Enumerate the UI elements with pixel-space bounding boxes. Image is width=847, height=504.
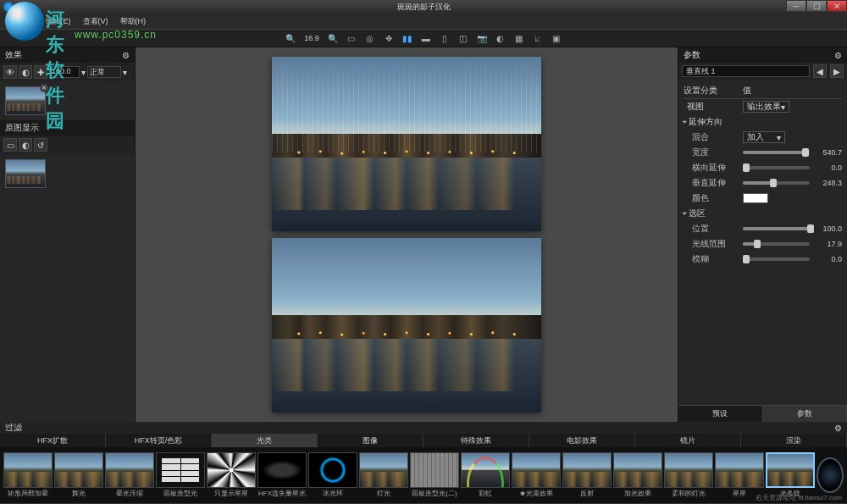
zoom-in-icon[interactable]: 🔍 (284, 31, 297, 45)
filter-item[interactable]: 面板造型光(二) (410, 452, 459, 498)
opacity-input[interactable]: 100.0 (49, 66, 80, 78)
original-tools: ▭ ◐ ↺ (0, 136, 135, 154)
filter-thumb (54, 452, 103, 488)
blend-dropdown-icon[interactable]: ▾ (123, 68, 127, 77)
filter-category[interactable]: HFX转页/色彩 (106, 434, 212, 447)
filter-category[interactable]: 渲染 (741, 434, 847, 447)
orig-reset-icon[interactable]: ↺ (34, 138, 47, 152)
app-name: Dfx (17, 3, 29, 11)
filter-menu-icon[interactable]: ⚙ (834, 424, 842, 433)
preset-name-input[interactable]: 垂直线 1 (682, 65, 810, 77)
hstretch-value[interactable]: 0.0 (813, 163, 842, 172)
filter-item[interactable]: 彩虹 (461, 452, 510, 498)
close-button[interactable]: ✕ (827, 0, 847, 12)
blend-dropdown[interactable]: 加入▾ (743, 131, 785, 143)
compare-icon[interactable]: ◫ (457, 31, 470, 45)
snapshot-icon[interactable]: 📷 (475, 31, 489, 45)
filter-category[interactable]: 特殊效果 (424, 434, 529, 447)
filter-category[interactable]: 电影效果 (529, 434, 635, 447)
view-dropdown[interactable]: 输出效果▾ (743, 101, 789, 113)
menu-view[interactable]: 查看(V) (78, 14, 113, 29)
filter-thumb (461, 452, 510, 488)
single-view-icon[interactable]: ▯ (438, 31, 451, 45)
preview-with-effect[interactable] (272, 57, 541, 231)
filter-item[interactable]: ★光束效果 (512, 452, 561, 498)
position-slider[interactable] (743, 227, 810, 230)
range-slider[interactable] (743, 242, 810, 246)
filter-item[interactable]: 反射 (562, 452, 612, 498)
position-value[interactable]: 100.0 (813, 224, 842, 233)
orig-color-icon[interactable]: ◐ (19, 138, 32, 152)
filter-category[interactable]: 光类 (212, 434, 318, 447)
preview-original[interactable] (272, 238, 541, 413)
orig-view-icon[interactable]: ▭ (3, 138, 17, 152)
tab-params[interactable]: 参数 (763, 406, 848, 422)
zoom-percent[interactable]: 16.9 (302, 34, 321, 42)
tab-preset[interactable]: 预设 (678, 406, 763, 422)
params-title: 参数 (684, 49, 700, 61)
opacity-stepper-icon[interactable]: ▾ (81, 68, 86, 77)
filter-category[interactable]: 图像 (318, 434, 424, 447)
filter-item[interactable]: 加光效果 (613, 452, 662, 498)
filter-thumb (512, 452, 561, 488)
menubar: 文件(F) 编辑(E) 查看(V) 帮助(H) (0, 14, 847, 29)
filter-item[interactable]: 光条纹 (766, 452, 815, 498)
expand-stretch-icon[interactable] (682, 121, 687, 124)
blur-value[interactable]: 0.0 (813, 255, 842, 263)
actual-icon[interactable]: ◎ (363, 31, 377, 45)
remove-layer-icon[interactable]: ✕ (40, 84, 48, 92)
filter-item[interactable]: 矩形局部加晕 (3, 452, 53, 498)
filter-strip[interactable]: 矩形局部加晕辉光晕光压缩面板造型光只显示星星HFX连失量星光冰光环灯光面板造型光… (0, 447, 847, 503)
vstretch-value[interactable]: 248.3 (813, 179, 842, 187)
left-panel: 效果 ⚙ 👁 ◐ ✚ 100.0 ▾ 正常 ▾ ✕ 原图显示 ▭ ◐ ↺ (0, 47, 136, 422)
label-blur: 模糊 (684, 253, 743, 265)
menu-edit[interactable]: 编辑(E) (41, 14, 76, 29)
filter-item[interactable]: 柔和的灯光 (664, 452, 713, 498)
color-swatch[interactable] (743, 193, 768, 203)
range-value[interactable]: 17.9 (813, 240, 842, 248)
expand-select-icon[interactable] (682, 213, 687, 215)
preset-prev-icon[interactable]: ◀ (813, 64, 827, 78)
width-value[interactable]: 540.7 (813, 148, 842, 157)
filter-item[interactable]: 只显示星星 (207, 452, 256, 498)
filter-item[interactable]: 辉光 (54, 452, 103, 498)
filter-scroll-knob[interactable] (817, 457, 844, 493)
filter-item[interactable]: 晕光压缩 (105, 452, 154, 498)
filter-item[interactable]: 灯光 (359, 452, 408, 498)
label-color: 颜色 (684, 192, 743, 204)
layer-mask-icon[interactable]: ◐ (19, 65, 32, 79)
blend-mode-select[interactable]: 正常 (87, 66, 121, 78)
preset-next-icon[interactable]: ▶ (830, 64, 844, 78)
effect-layer-thumb[interactable]: ✕ (5, 86, 46, 115)
grid-icon[interactable]: ▦ (512, 31, 526, 45)
histogram-icon[interactable]: ⟀ (531, 31, 545, 45)
layer-add-icon[interactable]: ✚ (34, 65, 47, 79)
pan-icon[interactable]: ✥ (382, 31, 396, 45)
preset-row: 垂直线 1 ◀ ▶ (678, 63, 847, 80)
filter-item[interactable]: 星星 (715, 452, 764, 498)
hstretch-slider[interactable] (743, 166, 810, 169)
layer-visible-icon[interactable]: 👁 (3, 65, 17, 79)
minimize-button[interactable]: ─ (786, 0, 806, 12)
filter-category[interactable]: 镜片 (635, 434, 741, 447)
filter-category[interactable]: HFX扩散 (0, 434, 106, 447)
zoom-out-icon[interactable]: 🔍 (326, 31, 340, 45)
panel-menu-icon[interactable]: ⚙ (122, 51, 130, 60)
params-menu-icon[interactable]: ⚙ (834, 51, 842, 60)
width-slider[interactable] (743, 151, 810, 154)
filter-item[interactable]: 冰光环 (308, 452, 357, 498)
maximize-button[interactable]: ☐ (806, 0, 827, 12)
filter-item[interactable]: 面板造型光 (156, 452, 205, 498)
titlebar: Dfx 斑斑的影子汉化 ─ ☐ ✕ (0, 0, 847, 14)
blur-slider[interactable] (743, 258, 810, 261)
fit-icon[interactable]: ▭ (345, 31, 358, 45)
split-horizontal-icon[interactable]: ▬ (419, 31, 433, 45)
filter-item[interactable]: HFX连失量星光 (257, 452, 307, 498)
menu-help[interactable]: 帮助(H) (115, 14, 152, 29)
mask-icon[interactable]: ◐ (494, 31, 507, 45)
menu-file[interactable]: 文件(F) (3, 14, 39, 29)
split-vertical-icon[interactable]: ▮▮ (401, 31, 414, 45)
original-thumb[interactable] (5, 159, 46, 188)
settings-icon[interactable]: ▣ (550, 31, 563, 45)
vstretch-slider[interactable] (743, 181, 810, 185)
